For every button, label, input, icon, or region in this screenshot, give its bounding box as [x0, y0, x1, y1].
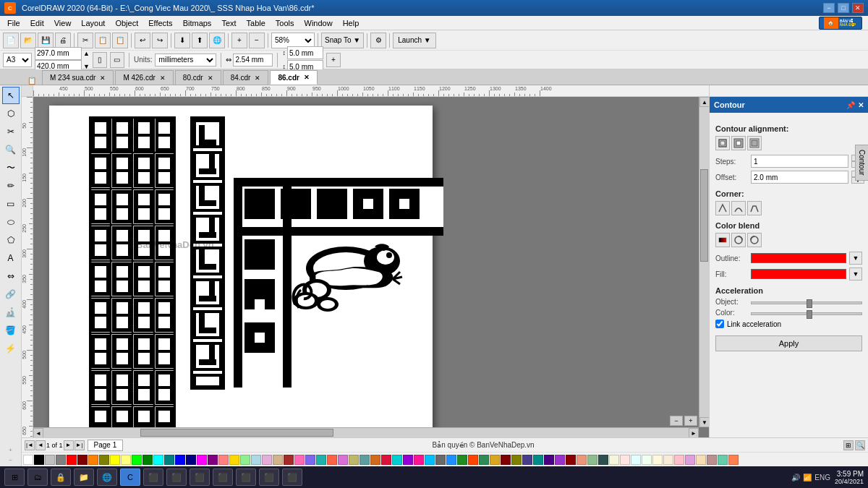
minimize-button[interactable]: −	[823, 3, 835, 13]
units-select[interactable]: millimetersinches	[155, 53, 216, 67]
file-tree-toggle[interactable]: 📋	[22, 77, 42, 85]
color-swatch[interactable]	[501, 455, 511, 465]
color-swatch[interactable]	[718, 455, 728, 465]
app5-btn[interactable]: ⬛	[213, 468, 233, 486]
offset-input[interactable]	[751, 171, 848, 184]
landscape-button[interactable]: ▭	[110, 52, 124, 68]
menu-effects[interactable]: Effects	[144, 17, 176, 29]
menu-layout[interactable]: Layout	[77, 17, 109, 29]
lang-indicator[interactable]: ENG	[814, 474, 830, 481]
color-swatch[interactable]	[273, 455, 283, 465]
connector-tool[interactable]: 🔗	[2, 286, 20, 303]
rect-tool[interactable]: ▭	[2, 195, 20, 213]
v-scroll-track[interactable]	[699, 107, 709, 417]
color-swatch[interactable]	[197, 455, 207, 465]
cut-button[interactable]: ✂	[77, 33, 93, 48]
corner-bevel-btn[interactable]	[747, 201, 762, 215]
toolbox-less[interactable]: −	[7, 455, 14, 465]
color-swatch[interactable]	[425, 455, 435, 465]
object-slider-thumb[interactable]	[807, 299, 812, 308]
contour-tab-label[interactable]: Contour	[855, 145, 868, 181]
import-button[interactable]: ⬇	[174, 33, 190, 48]
view-mode-btn2[interactable]: 🔍	[855, 440, 865, 450]
color-swatch[interactable]	[533, 455, 543, 465]
menu-view[interactable]: View	[50, 17, 76, 29]
paste-button[interactable]: 📋	[112, 33, 128, 48]
color-slider-track[interactable]	[751, 312, 862, 315]
color-swatch[interactable]	[251, 455, 261, 465]
color-swatch[interactable]	[609, 455, 619, 465]
options-button[interactable]: ⚙	[370, 33, 386, 48]
zoom-tool[interactable]: 🔍	[2, 141, 20, 158]
color-swatch[interactable]	[555, 455, 565, 465]
redo-button[interactable]: ↪	[152, 33, 168, 48]
crop-tool[interactable]: ✂	[2, 123, 20, 140]
zoom-in-button[interactable]: +	[231, 33, 247, 48]
link-accel-checkbox[interactable]	[715, 320, 724, 328]
panel-pin-btn[interactable]: 📌	[846, 101, 855, 109]
app4-btn[interactable]: ⬛	[190, 468, 210, 486]
tab-84[interactable]: 84.cdr ✕	[223, 70, 269, 85]
color-swatch[interactable]	[23, 455, 33, 465]
color-swatch[interactable]	[403, 455, 413, 465]
portrait-button[interactable]: ▯	[93, 52, 107, 68]
export-button[interactable]: ⬆	[192, 33, 208, 48]
steps-input[interactable]	[751, 155, 848, 168]
tab-80[interactable]: 80.cdr ✕	[175, 70, 221, 85]
color-swatch[interactable]	[457, 455, 467, 465]
text-tool[interactable]: A	[2, 249, 20, 267]
fill-color-swatch[interactable]	[751, 269, 846, 279]
menu-help[interactable]: Help	[339, 17, 364, 29]
color-swatch[interactable]	[652, 455, 663, 465]
new-button[interactable]: 📄	[3, 33, 19, 48]
polygon-tool[interactable]: ⬠	[2, 231, 20, 249]
color-swatch[interactable]	[132, 455, 142, 465]
tab-m234[interactable]: M 234 sua.cdr ✕	[42, 70, 114, 85]
menu-edit[interactable]: Edit	[26, 17, 48, 29]
app8-btn[interactable]: ⬛	[282, 468, 302, 486]
toolbox-more[interactable]: +	[7, 445, 14, 455]
color-blend-linear-btn[interactable]	[715, 233, 730, 247]
color-swatch[interactable]	[262, 455, 272, 465]
color-swatch[interactable]	[121, 455, 131, 465]
fill-color-picker[interactable]: ▼	[849, 267, 862, 281]
outline-color-picker[interactable]: ▼	[849, 252, 862, 265]
task-view-btn[interactable]: 🗂	[27, 468, 48, 486]
color-swatch[interactable]	[674, 455, 684, 465]
color-swatch[interactable]	[67, 455, 77, 465]
lock-btn[interactable]: 🔒	[51, 468, 71, 486]
view-mode-btn1[interactable]: ⊞	[843, 440, 854, 450]
maximize-button[interactable]: □	[838, 3, 849, 13]
nudge-input[interactable]	[233, 53, 273, 67]
menu-file[interactable]: File	[3, 17, 25, 29]
object-slider-track[interactable]	[751, 301, 862, 304]
color-swatch[interactable]	[696, 455, 706, 465]
color-swatch[interactable]	[153, 455, 163, 465]
color-blend-clockwise-btn[interactable]	[731, 233, 746, 247]
page-tab[interactable]: Page 1	[88, 440, 124, 451]
shape-tool[interactable]: ⬡	[2, 105, 20, 122]
dim1-input[interactable]	[287, 46, 323, 59]
color-swatch[interactable]	[338, 455, 348, 465]
corner-miter-btn[interactable]	[715, 201, 730, 215]
close-tab-80[interactable]: ✕	[208, 74, 213, 82]
align-outside-btn[interactable]	[747, 136, 762, 150]
color-swatch[interactable]	[490, 455, 500, 465]
color-swatch[interactable]	[186, 455, 196, 465]
h-scrollbar[interactable]: ◄ ►	[33, 427, 699, 437]
color-swatch[interactable]	[110, 455, 120, 465]
color-slider-thumb[interactable]	[807, 310, 812, 319]
page-size-select[interactable]: A3A4	[3, 53, 32, 67]
color-swatch[interactable]	[294, 455, 305, 465]
color-swatch[interactable]	[685, 455, 695, 465]
scroll-up-btn[interactable]: ▲	[699, 97, 709, 107]
menu-tools[interactable]: Tools	[271, 17, 299, 29]
color-swatch[interactable]	[208, 455, 218, 465]
open-button[interactable]: 📂	[20, 33, 36, 48]
color-swatch[interactable]	[359, 455, 370, 465]
h-scroll-track[interactable]	[43, 428, 689, 437]
browser-btn[interactable]: 🌐	[97, 468, 117, 486]
color-swatch[interactable]	[620, 455, 630, 465]
color-swatch[interactable]	[175, 455, 185, 465]
eyedropper-tool[interactable]: 🔬	[2, 304, 20, 321]
